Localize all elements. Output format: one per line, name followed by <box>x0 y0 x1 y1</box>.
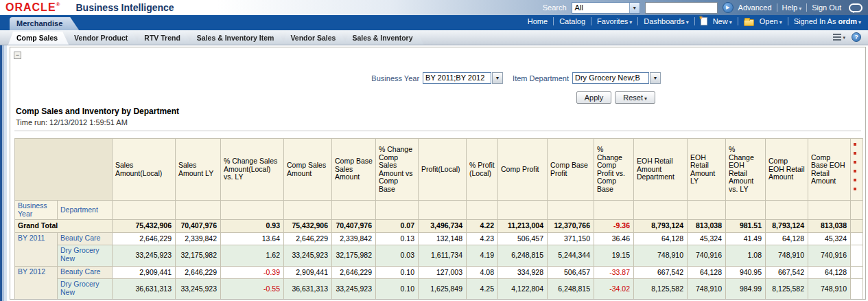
value-cell: 748,910 <box>688 279 726 300</box>
tab-vendor-sales[interactable]: Vendor Sales <box>282 32 347 45</box>
nav-favorites[interactable]: Favorites▾ <box>597 17 632 25</box>
tab-vendor-product[interactable]: Vendor Product <box>66 32 139 45</box>
prompt-filters: Business Year BY 2011;BY 2012 ▼ Item Dep… <box>371 72 661 84</box>
apply-button[interactable]: Apply <box>576 91 612 104</box>
divider <box>14 131 861 131</box>
business-year-value: BY 2011;BY 2012 <box>423 72 491 84</box>
tab-comp-sales[interactable]: Comp Sales <box>8 32 69 45</box>
value-cell: 36.46 <box>594 233 634 245</box>
open-folder-icon <box>744 19 754 26</box>
global-header-tools: Search All ▼ ▶ Advanced Help▾ Sign Out <box>543 2 863 14</box>
chevron-down-icon: ▾ <box>799 5 801 12</box>
value-cell: 2,339,842 <box>176 233 221 245</box>
dashboard-tab-merchandise[interactable]: Merchandise <box>10 17 79 30</box>
value-cell: 334,928 <box>498 267 548 279</box>
empty-header-cell <box>467 201 498 220</box>
value-cell: 1,625,849 <box>419 279 467 300</box>
report-table-wrap: Sales Amount(Local)Sales Amount LY% Chan… <box>14 138 865 299</box>
value-cell: -33.87 <box>594 267 634 279</box>
column-header: Comp Base EOH Retail Amount <box>808 139 851 201</box>
column-header: % Change EOH Retail Amount vs. LY <box>726 139 766 201</box>
value-cell: 667,542 <box>766 267 808 279</box>
item-department-value: Dry Grocery New;B <box>572 72 649 84</box>
value-cell: 813,038 <box>688 220 726 233</box>
help-icon[interactable]: ? <box>852 32 861 42</box>
page-left-edge <box>0 45 8 301</box>
value-cell: 13.64 <box>221 233 284 245</box>
sign-out-link[interactable]: Sign Out <box>812 3 841 12</box>
chevron-down-icon[interactable]: ▼ <box>629 3 640 13</box>
signed-in-as[interactable]: Signed In As ordm▾ <box>794 17 861 25</box>
empty-header-cell <box>594 201 634 220</box>
value-cell: 813,038 <box>808 220 851 233</box>
value-cell: 33,245,923 <box>284 245 332 267</box>
page-tools: ▾ ? <box>833 32 868 45</box>
empty-header-cell <box>688 201 726 220</box>
department-cell[interactable]: Dry Grocery New <box>58 279 113 300</box>
value-cell: 19.15 <box>594 245 634 267</box>
empty-header-cell <box>634 201 688 220</box>
global-header: ORACLE® Business Intelligence Search All… <box>0 0 868 15</box>
page-options-icon[interactable]: ▾ <box>833 34 845 41</box>
value-cell: 748,910 <box>634 245 688 267</box>
value-cell: 64,128 <box>634 233 688 245</box>
business-year-cell[interactable]: BY 2011 <box>15 233 58 267</box>
value-cell: 940.95 <box>726 267 766 279</box>
clipped-cell <box>851 233 863 245</box>
department-cell[interactable]: Beauty Care <box>58 267 113 279</box>
search-input[interactable] <box>645 2 718 14</box>
reset-button[interactable]: Reset▾ <box>615 91 655 104</box>
nav-open[interactable]: Open▾ <box>760 17 782 25</box>
value-cell: 6,248,815 <box>548 279 594 300</box>
tab-sales-inventory[interactable]: Sales & Inventory <box>344 32 423 45</box>
report-table: Sales Amount(Local)Sales Amount LY% Chan… <box>14 138 863 299</box>
nav-catalog[interactable]: Catalog <box>559 17 585 25</box>
search-scope-select[interactable]: All ▼ <box>572 2 640 14</box>
column-header: % Profit (Local) <box>467 139 498 201</box>
chevron-down-icon[interactable]: ▼ <box>492 72 503 84</box>
dashboard-panel: − Business Year BY 2011;BY 2012 ▼ Item D… <box>10 47 866 300</box>
value-cell: 33,245,923 <box>332 279 376 300</box>
column-header: Comp EOH Retail Amount <box>766 139 808 201</box>
table-row: BY 2011Beauty Care2,646,2292,339,84213.6… <box>15 233 863 245</box>
oracle-chat-icon[interactable] <box>849 3 863 12</box>
table-row: Dry Grocery New36,631,31333,245,923-0.55… <box>15 279 863 300</box>
business-year-cell[interactable]: BY 2012 <box>15 267 58 300</box>
item-department-select[interactable]: Dry Grocery New;B ▼ <box>572 72 661 84</box>
collapse-section-button[interactable]: − <box>14 52 21 59</box>
value-cell: 748,910 <box>766 245 808 267</box>
tab-rtv-trend[interactable]: RTV Trend <box>136 32 191 45</box>
value-cell: 506,457 <box>498 233 548 245</box>
clipped-cell <box>851 220 863 233</box>
divider <box>591 17 591 25</box>
department-cell[interactable]: Beauty Care <box>58 233 113 245</box>
table-row: Dry Grocery New33,245,92332,175,9821.623… <box>15 245 863 267</box>
value-cell: 740,916 <box>688 245 726 267</box>
business-year-column-header[interactable]: Business Year <box>15 201 58 220</box>
value-cell: 33,245,923 <box>176 279 221 300</box>
value-cell: 5,244,344 <box>548 245 594 267</box>
search-go-button[interactable]: ▶ <box>723 2 734 13</box>
value-cell: 4.19 <box>467 245 498 267</box>
tab-sales-inventory-item[interactable]: Sales & Inventory Item <box>189 32 285 45</box>
nav-dashboards[interactable]: Dashboards▾ <box>644 17 688 25</box>
department-column-header[interactable]: Department <box>58 201 113 220</box>
nav-home[interactable]: Home <box>528 17 548 25</box>
business-year-select[interactable]: BY 2011;BY 2012 ▼ <box>423 72 503 84</box>
search-scope-value: All <box>572 3 629 12</box>
column-header: Comp Sales Amount <box>284 139 332 201</box>
value-cell: 3,496,734 <box>419 220 467 233</box>
value-cell: -34.02 <box>594 279 634 300</box>
value-cell: 748,910 <box>808 279 851 300</box>
value-cell: 981.51 <box>726 220 766 233</box>
table-row: BY 2012Beauty Care2,909,4412,646,229-0.3… <box>15 267 863 279</box>
department-cell[interactable]: Dry Grocery New <box>58 245 113 267</box>
value-cell: 0.13 <box>376 233 419 245</box>
chevron-down-icon[interactable]: ▼ <box>650 72 661 84</box>
divider <box>738 17 738 25</box>
advanced-link[interactable]: Advanced <box>738 3 772 12</box>
oracle-logo: ORACLE® <box>5 1 60 14</box>
value-cell: 8,793,124 <box>766 220 808 233</box>
help-menu[interactable]: Help▾ <box>782 3 802 12</box>
nav-new[interactable]: New▾ <box>713 17 732 25</box>
